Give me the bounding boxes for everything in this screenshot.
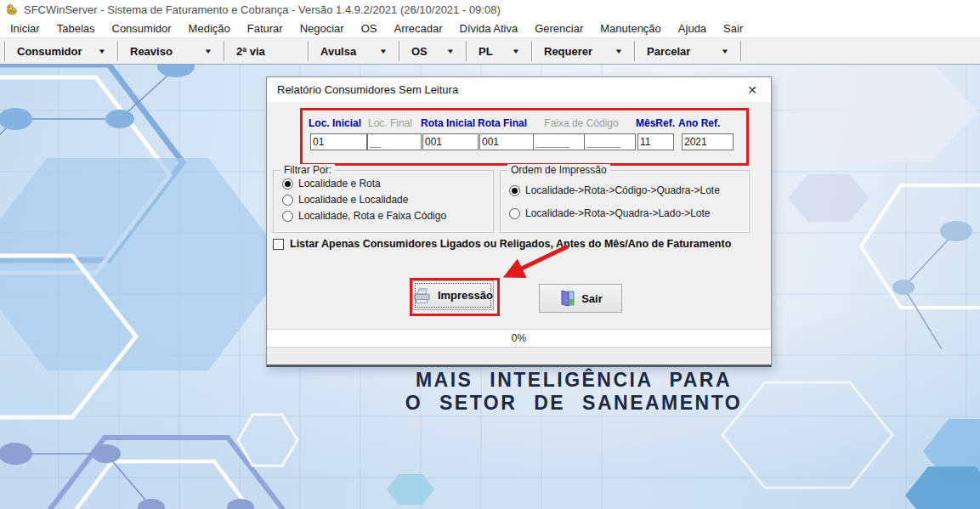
screen: { "glyphs": { "dropdown": "▼", "close": …	[0, 0, 980, 509]
printer-icon	[413, 287, 432, 304]
radio-label: Localidade, Rota e Faixa Código	[298, 210, 446, 222]
toolbar: Consumidor ▼ Reaviso ▼ 2ª via Avulsa ▼ O…	[0, 37, 980, 65]
dialog-bottom-strip	[267, 348, 771, 365]
radio-icon[interactable]	[509, 208, 520, 219]
toolbar-separator	[740, 41, 741, 61]
toolbar-separator	[399, 41, 399, 61]
radio-selected-icon[interactable]	[509, 185, 520, 196]
rota-inicial-input[interactable]	[422, 133, 479, 150]
filtrar-por-title: Filtrar Por:	[280, 164, 335, 176]
radio-localidade-rota-faixa[interactable]: Localidade, Rota e Faixa Código	[274, 210, 493, 222]
ano-ref-label: Ano Ref.	[678, 117, 720, 129]
checkbox-icon[interactable]	[273, 239, 284, 250]
toolbar-button-label: Consumidor	[17, 45, 82, 58]
menu-tabelas[interactable]: Tabelas	[48, 20, 104, 37]
toolbar-separator	[224, 41, 224, 61]
toolbar-button-label: Avulsa	[320, 45, 356, 58]
window-titlebar: SFCWinServer - Sistema de Faturamento e …	[0, 0, 980, 19]
checkbox-label: Listar Apenas Consumidores Ligados ou Re…	[290, 238, 731, 250]
radio-localidade-e-rota[interactable]: Localidade e Rota	[274, 178, 493, 189]
ordem-impressao-groupbox: Ordem de Impressão Localidade->Rota->Cód…	[500, 170, 750, 233]
close-icon[interactable]: ✕	[744, 83, 761, 97]
toolbar-separator	[308, 41, 309, 61]
radio-label: Localidade->Rota->Código->Quadra->Lote	[525, 184, 720, 196]
faixa-codigo-from-input[interactable]	[533, 133, 586, 150]
toolbar-button-label: 2ª via	[236, 45, 265, 58]
toolbar-button-label: Parcelar	[647, 45, 690, 58]
app-icon	[5, 3, 19, 16]
toolbar-separator	[117, 41, 118, 61]
chevron-down-icon[interactable]: ▼	[512, 48, 520, 55]
chevron-down-icon[interactable]: ▼	[446, 48, 455, 55]
loc-inicial-input[interactable]	[310, 133, 367, 150]
menu-sair[interactable]: Sair	[715, 20, 751, 37]
dialog-body: Loc. Inicial Loc. Final Rota Inicial Rot…	[267, 102, 771, 365]
menu-arrecadar[interactable]: Arrecadar	[385, 20, 450, 37]
chevron-down-icon[interactable]: ▼	[204, 48, 212, 55]
loc-inicial-label: Loc. Inicial	[309, 117, 361, 129]
radio-ordem-codigo-quadra-lote[interactable]: Localidade->Rota->Código->Quadra->Lote	[501, 184, 749, 196]
dialog-title: Relatório Consumidores Sem Leitura	[277, 83, 458, 96]
toolbar-os-button[interactable]: OS ▼	[401, 40, 464, 62]
menu-bar: Iniciar Tabelas Consumidor Medição Fatur…	[0, 19, 980, 37]
toolbar-separator	[634, 41, 635, 61]
sair-button-label: Sair	[581, 292, 603, 305]
toolbar-2avia-button[interactable]: 2ª via	[226, 40, 306, 62]
toolbar-avulsa-button[interactable]: Avulsa ▼	[310, 40, 397, 62]
toolbar-pl-button[interactable]: PL ▼	[468, 40, 530, 62]
radio-icon[interactable]	[282, 195, 293, 206]
toolbar-reaviso-button[interactable]: Reaviso ▼	[120, 40, 222, 62]
sair-button[interactable]: Sair	[539, 284, 622, 313]
toolbar-requerer-button[interactable]: Requerer ▼	[534, 40, 632, 62]
radio-selected-icon[interactable]	[282, 178, 293, 189]
radio-label: Localidade->Rota->Quadra->Lado->Lote	[525, 207, 711, 219]
chevron-down-icon[interactable]: ▼	[98, 48, 106, 55]
toolbar-separator	[531, 41, 532, 61]
menu-faturar[interactable]: Faturar	[239, 20, 292, 37]
toolbar-consumidor-button[interactable]: Consumidor ▼	[7, 40, 116, 62]
menu-divida-ativa[interactable]: Dívida Ativa	[451, 20, 527, 37]
faixa-codigo-to-input[interactable]	[584, 133, 636, 150]
rota-final-input[interactable]	[479, 133, 535, 150]
menu-manutencao[interactable]: Manutenção	[592, 20, 670, 37]
progress-value: 0%	[512, 332, 526, 344]
chevron-down-icon[interactable]: ▼	[615, 48, 623, 55]
mes-ref-label: MêsRef.	[636, 117, 675, 129]
menu-gerenciar[interactable]: Gerenciar	[526, 20, 592, 37]
menu-consumidor[interactable]: Consumidor	[104, 20, 180, 37]
toolbar-button-label: Reaviso	[130, 45, 173, 58]
menu-iniciar[interactable]: Iniciar	[2, 20, 48, 37]
toolbar-parcelar-button[interactable]: Parcelar ▼	[637, 40, 739, 62]
listar-apenas-checkbox-row[interactable]: Listar Apenas Consumidores Ligados ou Re…	[273, 238, 731, 250]
loc-final-input[interactable]	[367, 133, 422, 150]
toolbar-button-label: OS	[411, 45, 428, 58]
menu-negociar[interactable]: Negociar	[292, 20, 353, 37]
radio-ordem-quadra-lado-lote[interactable]: Localidade->Rota->Quadra->Lado->Lote	[501, 207, 749, 219]
rota-inicial-label: Rota Inicial	[421, 117, 475, 129]
rota-final-label: Rota Final	[478, 117, 527, 129]
menu-ajuda[interactable]: Ajuda	[670, 20, 715, 37]
ordem-impressao-title: Ordem de Impressão	[507, 164, 610, 176]
toolbar-separator	[466, 41, 467, 61]
impressao-button-label: Impressão	[438, 289, 493, 302]
loc-final-label: Loc. Final	[368, 117, 412, 129]
dialog-titlebar: Relatório Consumidores Sem Leitura ✕	[267, 77, 771, 102]
menu-os[interactable]: OS	[353, 20, 386, 37]
chevron-down-icon[interactable]: ▼	[379, 48, 388, 55]
toolbar-button-label: Requerer	[544, 45, 592, 58]
window-title: SFCWinServer - Sistema de Faturamento e …	[24, 3, 501, 16]
radio-label: Localidade e Rota	[298, 178, 381, 189]
radio-localidade-e-localidade[interactable]: Localidade e Localidade	[274, 194, 493, 206]
ano-ref-input[interactable]	[682, 133, 734, 150]
radio-icon[interactable]	[282, 211, 293, 222]
filtrar-por-groupbox: Filtrar Por: Localidade e Rota Localidad…	[273, 170, 494, 233]
impressao-button[interactable]: Impressão	[412, 280, 494, 310]
mes-ref-input[interactable]	[637, 133, 674, 150]
faixa-codigo-label: Faixa de Código	[526, 117, 637, 129]
chevron-down-icon[interactable]: ▼	[721, 48, 729, 55]
toolbar-button-label: PL	[479, 45, 493, 58]
menu-medicao[interactable]: Medição	[180, 20, 239, 37]
exit-door-icon	[558, 290, 575, 307]
background-slogan: MAIS INTELIGÊNCIA PARA O SETOR DE SANEAM…	[393, 369, 755, 415]
toolbar-separator	[4, 41, 5, 61]
